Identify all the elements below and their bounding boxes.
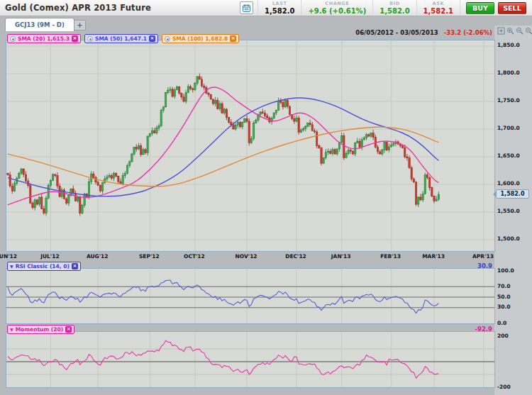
trading-app-window: Gold (Comex) APR 2013 Future LAST 1,582.… — [0, 0, 532, 395]
sma20-label: SMA (20) 1,615.3 — [18, 35, 70, 42]
price-axis-label: 1,650.0 — [497, 152, 520, 159]
rsi-axis-label: 50.0 — [497, 294, 511, 300]
close-icon[interactable]: × — [149, 35, 155, 42]
time-axis-label: JUN'12 — [0, 253, 21, 260]
header: Gold (Comex) APR 2013 Future LAST 1,582.… — [0, 0, 532, 16]
date-range: 06/05/2012 - 03/05/2013 — [355, 29, 438, 36]
rsi-canvas[interactable] — [6, 269, 494, 323]
bid-value: 1,582.0 — [379, 7, 409, 15]
time-axis-label: OCT'12 — [180, 253, 209, 260]
sma100-label: SMA (100) 1,682.8 — [172, 35, 228, 42]
rsi-axis-label: 100.0 — [497, 267, 514, 274]
bid-label: BID — [389, 1, 400, 6]
collapse-arrow-icon[interactable]: ▼ — [10, 328, 13, 332]
fit-chart-icon[interactable] — [497, 26, 505, 35]
zoom-out-icon[interactable] — [515, 26, 523, 35]
last-value: 1,582.0 — [265, 7, 294, 15]
sma50-badge[interactable]: SMA (50) 1,647.1 × — [84, 34, 158, 43]
buy-button[interactable]: BUY — [466, 2, 494, 14]
price-axis-label: 1,850.0 — [497, 42, 520, 48]
change-label: CHANGE — [325, 1, 349, 6]
calendar-button-wrap — [235, 0, 257, 16]
close-icon[interactable]: × — [230, 35, 236, 42]
price-badge-arrow-icon — [493, 191, 497, 198]
momentum-current-value: -92.9 — [475, 326, 493, 333]
sma50-label: SMA (50) 1,647.1 — [95, 35, 147, 42]
calendar-icon — [242, 4, 251, 13]
rsi-axis-label: 70.0 — [497, 283, 511, 289]
rsi-current-value: 30.9 — [477, 262, 492, 269]
current-price: 1,582.0 — [501, 191, 525, 197]
sma20-badge[interactable]: SMA (20) 1,615.3 × — [7, 34, 81, 43]
rsi-axis-label: 0.0 — [497, 320, 506, 326]
zoom-reset-icon[interactable] — [524, 26, 532, 35]
price-axis-label: 1,500.0 — [497, 235, 520, 242]
rsi-axis-label: 30.0 — [497, 304, 511, 310]
tab-gcj13[interactable]: GCJ13 (9M - D) — [5, 18, 74, 31]
ask-value: 1,582.1 — [423, 7, 453, 15]
momentum-axis-label: -200 — [497, 384, 511, 390]
rsi-badge-label: RSI Classic (14, 0) — [16, 263, 70, 269]
quote-col-bid: BID 1,582.0 — [372, 0, 416, 16]
rsi-indicator-badge[interactable]: ▼ RSI Classic (14, 0) × — [7, 262, 81, 271]
time-axis-label: APR'13 — [469, 253, 497, 260]
main-chart-canvas[interactable] — [6, 40, 494, 251]
time-axis-label: SEP'12 — [135, 253, 163, 260]
sma-marker-icon — [10, 36, 16, 42]
close-icon[interactable]: × — [72, 263, 78, 269]
momentum-badge-label: Momentum (20) — [16, 326, 64, 333]
current-price-badge: 1,582.0 — [496, 189, 529, 199]
last-label: LAST — [272, 1, 287, 6]
sma100-badge[interactable]: SMA (100) 1,682.8 × — [162, 34, 239, 43]
time-axis-label: FEB'13 — [377, 253, 405, 260]
sell-button[interactable]: SELL — [498, 2, 526, 14]
sma-marker-icon — [87, 36, 93, 42]
range-change: -33.2 (-2.06%) — [444, 29, 492, 36]
time-axis-label: AUG'12 — [83, 253, 111, 260]
price-axis-label: 1,750.0 — [497, 97, 520, 104]
quote-col-change: CHANGE +9.6 (+0.61%) — [301, 0, 372, 16]
sma-marker-icon — [165, 36, 170, 42]
collapse-arrow-icon[interactable]: ▼ — [10, 265, 13, 269]
time-axis-label: DEC'12 — [282, 253, 310, 260]
calendar-button[interactable] — [240, 1, 253, 14]
price-axis-label: 1,800.0 — [497, 69, 520, 76]
trade-buttons: BUY SELL — [460, 0, 532, 16]
price-axis-label: 1,700.0 — [497, 125, 520, 131]
momentum-axis-label: 200 — [497, 333, 509, 339]
add-tab-button[interactable]: + — [74, 20, 86, 30]
ask-label: ASK — [433, 1, 445, 6]
change-value: +9.6 (+0.61%) — [308, 7, 366, 15]
instrument-title: Gold (Comex) APR 2013 Future — [5, 3, 151, 13]
momentum-panel[interactable] — [6, 331, 495, 388]
momentum-canvas[interactable] — [6, 332, 494, 387]
close-icon[interactable]: × — [72, 35, 78, 42]
chart-zoom-controls — [497, 26, 532, 35]
price-axis-label: 1,550.0 — [497, 208, 520, 214]
quote-panel: LAST 1,582.0 CHANGE +9.6 (+0.61%) BID 1,… — [235, 0, 532, 16]
momentum-indicator-badge[interactable]: ▼ Momentum (20) × — [7, 325, 74, 334]
time-axis-label: MAR'13 — [419, 253, 448, 260]
date-range-display: 06/05/2012 - 03/05/2013 -33.2 (-2.06%) — [355, 29, 492, 36]
indicator-legend: SMA (20) 1,615.3 × SMA (50) 1,647.1 × SM… — [7, 34, 239, 43]
price-axis-label: 1,600.0 — [497, 180, 520, 187]
quote-col-ask: ASK 1,582.1 — [416, 0, 460, 16]
time-axis-label: JAN'13 — [327, 253, 355, 260]
time-axis-label: NOV'12 — [232, 253, 260, 260]
main-chart[interactable] — [6, 40, 495, 252]
quote-col-last: LAST 1,582.0 — [257, 0, 301, 16]
rsi-panel[interactable] — [6, 268, 495, 324]
close-icon[interactable]: × — [65, 326, 72, 333]
zoom-in-icon[interactable] — [506, 26, 514, 35]
time-axis-label: JUL'12 — [35, 253, 64, 260]
